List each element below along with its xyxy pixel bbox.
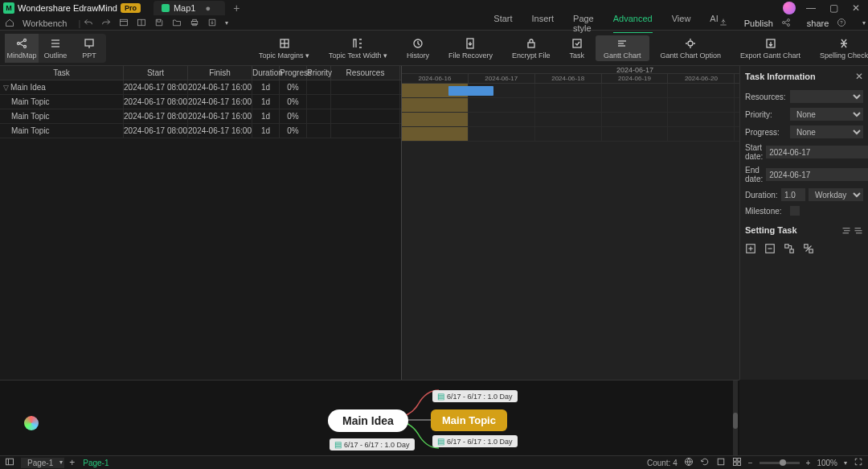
main-idea-node[interactable]: Main Idea	[328, 409, 408, 432]
gantt-bar[interactable]	[448, 86, 493, 96]
ribbon-topic-text-width[interactable]: Topic Text Width ▾	[321, 35, 395, 61]
ribbon-history[interactable]: History	[399, 35, 437, 61]
share-label[interactable]: share	[807, 19, 829, 28]
setting-tools	[841, 225, 863, 237]
menu-insert[interactable]: Insert	[532, 14, 555, 33]
globe-button[interactable]	[684, 457, 694, 468]
refresh-button[interactable]	[700, 457, 710, 468]
tab-title: Map1	[174, 3, 196, 13]
zoom-in-button[interactable]: +	[806, 459, 811, 467]
print-button[interactable]	[190, 18, 199, 29]
lbl-duration: Duration:	[745, 191, 778, 200]
gantt-day: 2024-06-17	[469, 74, 535, 84]
table-row[interactable]: Main Topic2024-06-17 08:002024-06-17 16:…	[0, 124, 401, 138]
unlink-task-button[interactable]	[803, 243, 814, 256]
new-tab-button[interactable]: +	[233, 2, 240, 14]
sidebar-toggle-button[interactable]	[5, 457, 14, 468]
share-icon[interactable]	[781, 18, 791, 29]
minimize-button[interactable]: —	[804, 2, 818, 14]
milestone-checkbox[interactable]	[790, 206, 800, 216]
lbl-resources: Resources:	[745, 93, 787, 101]
svg-rect-18	[85, 39, 93, 46]
menu-advanced[interactable]: Advanced	[613, 14, 653, 33]
layout1-button[interactable]	[119, 18, 129, 29]
duration-unit-select[interactable]: Workday	[809, 188, 863, 201]
menu-start[interactable]: Start	[493, 14, 512, 33]
link-task-button[interactable]	[784, 243, 795, 256]
svg-rect-44	[790, 249, 793, 253]
col-task: Task	[0, 66, 124, 80]
maximize-button[interactable]: ▢	[826, 2, 841, 14]
ribbon-export-gantt-chart[interactable]: Export Gantt Chart	[732, 35, 809, 61]
pro-badge: Pro	[121, 3, 141, 13]
main-topic-node[interactable]: Main Topic	[431, 409, 507, 431]
svg-rect-55	[737, 463, 740, 466]
ai-logo-icon[interactable]	[24, 416, 39, 430]
page-selector[interactable]: Page-1	[21, 458, 64, 468]
setting-task-label: Setting Task	[745, 225, 797, 237]
menu-view[interactable]: View	[672, 14, 691, 33]
svg-point-30	[688, 41, 693, 46]
zoom-slider[interactable]	[760, 462, 800, 464]
menu-ai[interactable]: AI	[710, 14, 718, 33]
resources-select[interactable]	[790, 90, 863, 103]
redo-button[interactable]	[101, 18, 111, 29]
save-button[interactable]	[154, 18, 164, 29]
menu-page-style[interactable]: Page style	[573, 14, 594, 33]
svg-rect-0	[121, 19, 128, 26]
lbl-milestone: Milestone:	[745, 207, 787, 216]
view-outline-button[interactable]: Outline	[39, 34, 72, 63]
date-badge-2: ▤6/17 - 6/17 : 1.0 Day	[432, 435, 518, 447]
progress-select[interactable]: None	[790, 125, 863, 138]
priority-select[interactable]: None	[790, 108, 863, 121]
svg-rect-51	[718, 459, 724, 465]
help-dd[interactable]: ▾	[862, 19, 866, 27]
home-icon[interactable]	[5, 18, 14, 29]
ribbon-gantt-chart-option[interactable]: Gantt Chart Option	[653, 35, 730, 61]
zoom-dd[interactable]: ▾	[844, 459, 847, 467]
gantt-day: 2024-06-18	[535, 74, 602, 84]
ribbon-spelling-check[interactable]: Spelling Check	[812, 35, 868, 61]
start-date-input[interactable]	[766, 146, 868, 158]
zoom-label: 100%	[817, 459, 837, 467]
remove-task-button[interactable]	[764, 243, 776, 256]
table-row[interactable]: Main Topic2024-06-17 08:002024-06-17 16:…	[0, 109, 401, 124]
duration-input[interactable]	[781, 188, 805, 201]
user-avatar[interactable]	[783, 2, 796, 14]
export-dd[interactable]: ▾	[225, 19, 228, 27]
publish-icon[interactable]	[719, 18, 728, 29]
ribbon-encrypt-file[interactable]: Encrypt File	[504, 35, 559, 61]
layout2-button[interactable]	[137, 18, 146, 29]
zoom-out-button[interactable]: −	[748, 459, 753, 467]
table-row[interactable]: ▽Main Idea2024-06-17 08:002024-06-17 16:…	[0, 80, 401, 95]
close-button[interactable]: ✕	[849, 2, 863, 14]
open-button[interactable]	[172, 18, 182, 29]
fullscreen-button[interactable]	[854, 457, 863, 468]
separator: |	[78, 19, 80, 28]
col-finish: Finish	[188, 66, 252, 80]
col-progress: Progress	[280, 66, 307, 80]
preview-scroll-thumb[interactable]	[733, 413, 738, 429]
page-tab[interactable]: Page-1	[83, 459, 108, 467]
view-ppt-button[interactable]: PPT	[72, 34, 106, 63]
ribbon-topic-margins[interactable]: Topic Margins ▾	[251, 35, 317, 61]
undo-button[interactable]	[84, 18, 93, 29]
grid-button[interactable]	[732, 457, 742, 468]
ribbon-gantt-chart[interactable]: Gantt Chart	[596, 35, 649, 61]
mindmap-preview[interactable]: Main Idea Main Topic ▤6/17 - 6/17 : 1.0 …	[0, 380, 739, 455]
fit-button[interactable]	[716, 457, 726, 468]
table-row[interactable]: Main Topic2024-06-17 08:002024-06-17 16:…	[0, 95, 401, 109]
workbench-label[interactable]: Workbench	[23, 19, 67, 28]
add-task-button[interactable]	[745, 243, 756, 256]
ribbon-file-recovery[interactable]: File Recovery	[440, 35, 501, 61]
panel-close-button[interactable]: ✕	[855, 71, 863, 82]
publish-label[interactable]: Publish	[744, 19, 773, 28]
col-start: Start	[124, 66, 188, 80]
view-mindmap-button[interactable]: MindMap	[5, 34, 39, 63]
export-button[interactable]	[207, 18, 217, 29]
document-tab[interactable]: Map1 ●	[154, 1, 225, 15]
end-date-input[interactable]	[766, 168, 868, 181]
add-page-button[interactable]: +	[69, 457, 75, 468]
help-button[interactable]: ?	[837, 18, 846, 29]
ribbon-task[interactable]: Task	[561, 35, 592, 61]
